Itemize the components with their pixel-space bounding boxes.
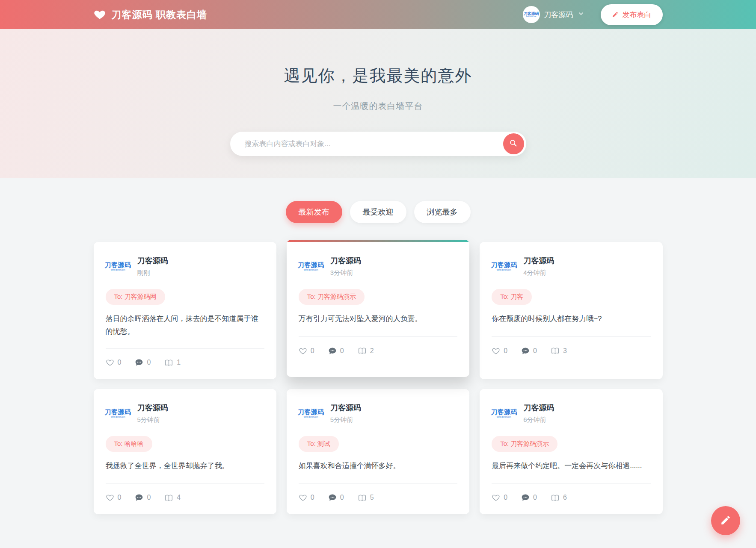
search-input[interactable] bbox=[230, 132, 526, 156]
post-time: 刚刚 bbox=[137, 269, 168, 277]
search-icon bbox=[509, 138, 518, 149]
to-badge: To: 刀客源码演示 bbox=[299, 289, 365, 305]
avatar-logo-subtext: www.dkewl.com bbox=[497, 416, 511, 418]
user-avatar: 刀客源码 www.dkewl.com bbox=[523, 6, 540, 23]
avatar-logo-text: 刀客源码 bbox=[491, 262, 517, 268]
avatar: 刀客源码 www.dkewl.com bbox=[299, 401, 323, 426]
views-stat[interactable]: 1 bbox=[164, 358, 181, 367]
avatar-logo-text: 刀客源码 bbox=[491, 409, 517, 415]
avatar-logo-text: 刀客源码 bbox=[105, 409, 131, 415]
search-button[interactable] bbox=[503, 133, 524, 154]
confession-card[interactable]: 刀客源码 www.dkewl.com 刀客源码 刚刚 To: 刀客源码网 落日的… bbox=[94, 242, 276, 379]
to-badge: To: 刀客源码网 bbox=[106, 289, 165, 305]
avatar-logo-text: 刀客源码 bbox=[298, 409, 324, 415]
chat-bubble-icon bbox=[328, 493, 337, 502]
like-count: 0 bbox=[311, 494, 314, 501]
comment-button[interactable]: 0 bbox=[521, 347, 537, 355]
avatar-logo-subtext: www.dkewl.com bbox=[526, 16, 536, 17]
comment-button[interactable]: 0 bbox=[135, 493, 151, 502]
avatar-logo-text: 刀客源码 bbox=[524, 12, 539, 16]
confession-card[interactable]: 刀客源码 www.dkewl.com 刀客源码 5分钟前 To: 测试 如果喜欢… bbox=[287, 389, 469, 514]
heart-outline-icon bbox=[106, 358, 114, 367]
views-stat[interactable]: 3 bbox=[551, 346, 567, 355]
filter-tabs: 最新发布最受欢迎浏览最多 bbox=[0, 201, 756, 223]
divider bbox=[299, 483, 457, 484]
divider bbox=[492, 336, 650, 337]
like-button[interactable]: 0 bbox=[299, 347, 314, 355]
confession-card[interactable]: 刀客源码 www.dkewl.com 刀客源码 4分钟前 To: 刀客 你在颓废… bbox=[480, 242, 662, 379]
post-time: 6分钟前 bbox=[523, 416, 554, 424]
divider bbox=[492, 483, 650, 484]
confession-message: 我拯救了全世界，全世界却抛弃了我。 bbox=[106, 460, 264, 473]
open-book-icon bbox=[164, 493, 173, 502]
chat-bubble-icon bbox=[135, 358, 143, 367]
like-button[interactable]: 0 bbox=[492, 493, 507, 502]
confession-card[interactable]: 刀客源码 www.dkewl.com 刀客源码 3分钟前 To: 刀客源码演示 … bbox=[287, 240, 469, 377]
views-stat[interactable]: 6 bbox=[551, 493, 567, 502]
avatar-logo-subtext: www.dkewl.com bbox=[497, 269, 511, 271]
post-time: 4分钟前 bbox=[523, 269, 554, 277]
tab-1[interactable]: 最受欢迎 bbox=[350, 201, 406, 223]
view-count: 6 bbox=[563, 494, 567, 501]
open-book-icon bbox=[551, 346, 560, 355]
card-stats: 0 0 bbox=[492, 493, 650, 502]
chevron-down-icon bbox=[578, 10, 584, 19]
avatar: 刀客源码 www.dkewl.com bbox=[106, 254, 130, 279]
card-stats: 0 0 bbox=[299, 493, 457, 502]
divider bbox=[106, 348, 264, 349]
avatar-logo-text: 刀客源码 bbox=[105, 262, 131, 268]
to-badge: To: 测试 bbox=[299, 436, 339, 452]
confession-message: 最后再来做个约定吧。一定会再次与你相遇...... bbox=[492, 460, 650, 473]
comment-button[interactable]: 0 bbox=[135, 358, 151, 367]
publish-button[interactable]: 发布表白 bbox=[601, 4, 663, 25]
avatar: 刀客源码 www.dkewl.com bbox=[492, 401, 516, 426]
confession-card[interactable]: 刀客源码 www.dkewl.com 刀客源码 6分钟前 To: 刀客源码演示 … bbox=[480, 389, 662, 514]
tab-0[interactable]: 最新发布 bbox=[286, 201, 342, 223]
like-button[interactable]: 0 bbox=[299, 493, 314, 502]
like-button[interactable]: 0 bbox=[492, 347, 507, 355]
avatar-logo-subtext: www.dkewl.com bbox=[111, 416, 125, 418]
hero-section: 遇见你，是我最美的意外 一个温暖的表白墙平台 bbox=[0, 29, 756, 178]
author-name: 刀客源码 bbox=[523, 256, 554, 266]
comment-button[interactable]: 0 bbox=[328, 493, 344, 502]
avatar-logo-subtext: www.dkewl.com bbox=[304, 269, 318, 271]
comment-count: 0 bbox=[340, 494, 344, 501]
heart-outline-icon bbox=[299, 347, 307, 355]
to-badge: To: 刀客源码演示 bbox=[492, 436, 557, 452]
comment-button[interactable]: 0 bbox=[521, 493, 537, 502]
chat-bubble-icon bbox=[521, 347, 530, 355]
heart-outline-icon bbox=[492, 347, 500, 355]
post-time: 5分钟前 bbox=[330, 416, 361, 424]
publish-button-label: 发布表白 bbox=[623, 10, 652, 20]
brand[interactable]: 刀客源码 职教表白墙 bbox=[94, 8, 207, 21]
views-stat[interactable]: 5 bbox=[358, 493, 374, 502]
avatar: 刀客源码 www.dkewl.com bbox=[106, 401, 130, 426]
tab-2[interactable]: 浏览最多 bbox=[414, 201, 471, 223]
pencil-icon bbox=[720, 515, 731, 527]
confession-message: 你在颓废的时候别人都在努力哦~? bbox=[492, 312, 650, 326]
confession-card[interactable]: 刀客源码 www.dkewl.com 刀客源码 5分钟前 To: 哈哈哈 我拯救… bbox=[94, 389, 276, 514]
post-time: 5分钟前 bbox=[137, 416, 168, 424]
author-name: 刀客源码 bbox=[137, 403, 168, 413]
like-count: 0 bbox=[118, 494, 122, 501]
divider bbox=[299, 336, 457, 337]
fab-publish-button[interactable] bbox=[711, 506, 740, 535]
author-name: 刀客源码 bbox=[137, 256, 168, 266]
views-stat[interactable]: 2 bbox=[358, 346, 374, 355]
avatar-logo-subtext: www.dkewl.com bbox=[304, 416, 318, 418]
author-name: 刀客源码 bbox=[523, 403, 554, 413]
card-stats: 0 0 bbox=[106, 493, 264, 502]
avatar-logo-subtext: www.dkewl.com bbox=[111, 269, 125, 271]
comment-button[interactable]: 0 bbox=[328, 347, 344, 355]
pencil-icon bbox=[612, 11, 619, 18]
heart-outline-icon bbox=[492, 493, 500, 502]
like-button[interactable]: 0 bbox=[106, 493, 122, 502]
user-menu[interactable]: 刀客源码 www.dkewl.com 刀客源码 bbox=[523, 6, 584, 23]
chat-bubble-icon bbox=[521, 493, 530, 502]
avatar-logo-text: 刀客源码 bbox=[298, 262, 324, 268]
app-header: 刀客源码 职教表白墙 刀客源码 www.dkewl.com 刀客源码 bbox=[0, 0, 756, 29]
confession-grid: 刀客源码 www.dkewl.com 刀客源码 刚刚 To: 刀客源码网 落日的… bbox=[94, 242, 663, 514]
view-count: 1 bbox=[177, 359, 181, 366]
like-button[interactable]: 0 bbox=[106, 358, 122, 367]
views-stat[interactable]: 4 bbox=[164, 493, 181, 502]
